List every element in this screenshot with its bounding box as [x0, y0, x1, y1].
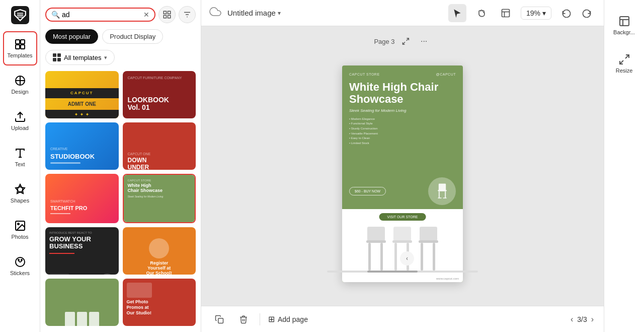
tab-product-display[interactable]: Product Display — [102, 29, 163, 44]
sidebar-item-label-text: Text — [15, 161, 25, 167]
svg-rect-2 — [21, 40, 25, 44]
visit-store-button[interactable]: VISIT OUR STORE — [379, 213, 426, 221]
template-card-studiobook[interactable]: CREATIVE STUDIOBOOK — [45, 122, 119, 170]
background-tool[interactable]: Backgr... — [607, 8, 641, 42]
doc-title-text: Untitled image — [227, 9, 276, 17]
template-card-photo-promos[interactable]: Get PhotoPromos atOur Studio! — [123, 279, 196, 326]
scroll-thumb — [367, 271, 418, 273]
collapse-panel-button[interactable]: ‹ — [400, 251, 414, 265]
design-card: CAPCUT STORE @Capcut White High Chair Sh… — [342, 65, 463, 282]
buy-button[interactable]: $60 - BUY NOW — [349, 187, 386, 195]
app-logo[interactable] — [10, 5, 30, 25]
website-url: www.capcut.com — [436, 277, 459, 280]
store-name: CAPCUT STORE — [349, 73, 380, 76]
template-card-lookbook[interactable]: CAPCUT FURNITURE COMPANY LOOKBOOKVol. 01… — [123, 71, 196, 118]
svg-rect-41 — [420, 227, 437, 241]
design-card-top: CAPCUT STORE @Capcut White High Chair Sh… — [342, 65, 463, 177]
svg-rect-4 — [21, 45, 25, 49]
template-grid: CAPCUT ADMIT ONE ✦ ✦ ✦ CAPCUT FURNITURE … — [45, 71, 196, 326]
svg-rect-17 — [164, 16, 166, 18]
page-more-button[interactable]: ··· — [417, 34, 431, 48]
page-label: Page 3 ··· — [374, 34, 431, 48]
resize-tool-label: Resize — [616, 68, 633, 74]
svg-rect-1 — [16, 40, 20, 44]
svg-rect-31 — [438, 197, 441, 198]
undo-button[interactable] — [557, 4, 576, 22]
cursor-tool-button[interactable] — [448, 4, 466, 22]
image-search-button[interactable] — [158, 6, 176, 23]
next-page-button[interactable]: › — [591, 315, 594, 324]
template-card-grow-business[interactable]: INTRODUCE BEST REACT TO GROW YOURBUSINES… — [45, 227, 119, 275]
svg-point-14 — [21, 259, 22, 260]
svg-rect-15 — [164, 11, 166, 14]
undo-redo-group — [557, 4, 596, 22]
resize-tool[interactable]: Resize — [607, 46, 641, 81]
layout-tool-button[interactable] — [497, 4, 515, 22]
tab-most-popular[interactable]: Most popular — [45, 29, 98, 44]
sidebar-item-label-stickers: Stickers — [10, 270, 30, 276]
canvas-area[interactable]: Page 3 ··· CAPCUT STORE @Capcut — [201, 26, 604, 306]
svg-rect-29 — [438, 191, 439, 198]
search-input-wrapper[interactable]: 🔍 ✕ — [45, 8, 155, 22]
svg-rect-42 — [419, 240, 438, 243]
cloud-icon — [209, 6, 221, 20]
sidebar-item-upload[interactable]: Upload — [3, 104, 37, 138]
bottom-bar: ⊞ Add page ‹ 3/3 › — [201, 306, 604, 332]
template-card-chair-showcase[interactable]: CAPCUT STORE White HighChair Showcase Sl… — [123, 174, 196, 223]
sidebar-item-shapes[interactable]: Shapes — [3, 176, 37, 211]
svg-line-26 — [403, 42, 406, 44]
template-card-register-school[interactable]: RegisterYourself atOur School! — [123, 227, 196, 275]
sidebar-item-design[interactable]: Design — [3, 68, 37, 102]
sidebar-item-templates[interactable]: Templates — [3, 31, 37, 65]
hand-tool-button[interactable] — [472, 4, 491, 22]
sidebar-item-text[interactable]: Text — [3, 140, 37, 174]
zoom-chevron: ▾ — [542, 9, 546, 17]
design-card-middle: $60 - BUY NOW — [342, 177, 463, 205]
template-card-downunder[interactable]: CAPCUT ONE DOWNUNDER OUT &ABOUT — [123, 122, 196, 170]
filter-button[interactable] — [179, 6, 196, 23]
design-title: White High Chair Showcase — [349, 81, 456, 105]
zoom-value: 19% — [526, 9, 540, 17]
svg-rect-3 — [16, 45, 20, 49]
template-card-techfit[interactable]: SMARTWATCH TECHFIT PRO — [45, 174, 119, 223]
redo-button[interactable] — [578, 4, 596, 22]
copy-page-button[interactable] — [211, 311, 227, 327]
sidebar-item-stickers[interactable]: Stickers — [3, 249, 37, 283]
main-area: Untitled image ▾ 19% ▾ — [201, 0, 604, 332]
clear-icon[interactable]: ✕ — [143, 11, 149, 19]
search-icon: 🔍 — [51, 11, 60, 19]
svg-rect-30 — [445, 191, 446, 198]
search-input[interactable] — [62, 11, 143, 19]
search-bar: 🔍 ✕ — [45, 6, 196, 23]
category-tabs: Most popular Product Display — [45, 29, 196, 44]
design-features: Modern Elegance Functional Style Sturdy … — [349, 117, 456, 146]
templates-panel: 🔍 ✕ Most popular Product Display — [40, 0, 201, 332]
svg-rect-16 — [168, 11, 171, 14]
doc-title[interactable]: Untitled image ▾ — [227, 9, 281, 17]
chair-circle — [428, 177, 456, 205]
template-card-chair-store[interactable]: VISIT OUR STORE — [45, 279, 119, 326]
page-number: Page 3 — [374, 38, 394, 45]
svg-line-25 — [407, 38, 409, 41]
prev-page-button[interactable]: ‹ — [571, 315, 573, 324]
design-subtitle: Sleek Seating for Modern Living — [349, 108, 456, 113]
svg-rect-28 — [438, 190, 446, 191]
fullscreen-page-button[interactable] — [399, 34, 413, 48]
doc-title-chevron: ▾ — [278, 10, 281, 17]
template-card-admit-one[interactable]: CAPCUT ADMIT ONE ✦ ✦ ✦ — [45, 71, 119, 118]
right-panel: Backgr... Resize — [604, 0, 644, 332]
svg-rect-18 — [168, 16, 171, 18]
svg-rect-32 — [443, 197, 446, 198]
all-templates-button[interactable]: All templates ▾ — [45, 50, 115, 65]
add-page-button[interactable]: ⊞ Add page — [268, 314, 308, 324]
svg-rect-33 — [367, 227, 385, 241]
svg-rect-44 — [433, 243, 435, 271]
delete-page-button[interactable] — [235, 311, 252, 327]
page-navigation: ‹ 3/3 › — [571, 315, 594, 324]
svg-rect-46 — [218, 318, 223, 323]
zoom-control[interactable]: 19% ▾ — [521, 7, 551, 20]
svg-rect-22 — [502, 9, 509, 17]
sidebar-item-label-shapes: Shapes — [11, 197, 29, 204]
sidebar-item-photos[interactable]: Photos — [3, 213, 37, 247]
svg-rect-34 — [366, 240, 386, 243]
